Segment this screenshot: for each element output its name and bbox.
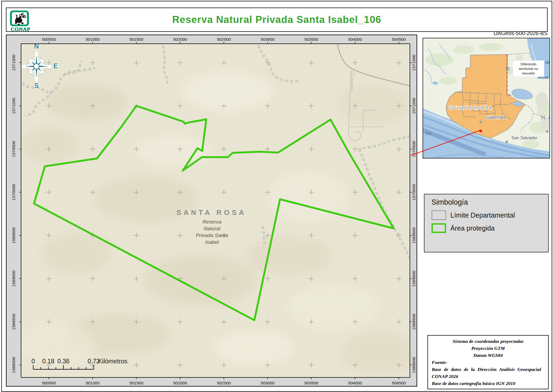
san-salvador-label: San Salvador	[511, 136, 538, 140]
limite-departamental-swatch	[431, 210, 446, 220]
svg-text:500500: 500500	[42, 37, 56, 42]
credits-line-3: Fuente:	[432, 359, 544, 366]
honduras-label-partial: H o	[541, 114, 550, 120]
svg-text:1569500: 1569500	[412, 227, 416, 244]
country-label: Guatemala	[449, 104, 493, 110]
svg-text:501000: 501000	[86, 381, 100, 385]
diferendo-line2: territorial no	[519, 67, 538, 71]
credits-line-0: Sistema de coordenadas proyectadas	[432, 338, 544, 345]
svg-text:1571500: 1571500	[412, 54, 416, 71]
legend-label-area: Área protegida	[450, 224, 495, 232]
svg-text:1568500: 1568500	[11, 313, 16, 330]
svg-text:Isabel: Isabel	[205, 239, 219, 245]
svg-text:502500: 502500	[217, 37, 231, 42]
credits-line-5: CONAP 2026	[432, 373, 544, 380]
svg-text:503000: 503000	[261, 37, 275, 42]
san-salvador-dot	[506, 141, 508, 143]
svg-text:E: E	[53, 62, 58, 70]
svg-text:1568000: 1568000	[412, 357, 416, 373]
legend-label-limite: Límite Departamental	[450, 211, 515, 219]
conap-logo-text: CONAP	[8, 26, 33, 32]
legend-title: Simbología	[431, 198, 548, 207]
svg-text:0.36: 0.36	[58, 358, 70, 365]
svg-text:Reserva: Reserva	[203, 219, 222, 225]
svg-text:1568500: 1568500	[412, 313, 416, 330]
credits-line-1: Proyección GTM	[432, 345, 544, 352]
svg-text:0: 0	[32, 358, 35, 365]
diferendo-line3: resuelto	[522, 71, 535, 75]
capital-city-dot	[480, 121, 482, 123]
credits-line-2: Datum WGS84	[432, 352, 544, 359]
area-protegida-swatch	[431, 223, 446, 233]
svg-text:503500: 503500	[304, 381, 318, 385]
bathymetry-721-label: 721	[425, 131, 431, 136]
department-label: SANTA ROSA	[177, 208, 247, 217]
svg-text:500500: 500500	[42, 381, 56, 385]
main-map: SANTA ROSA ReservaNaturalPrivada SantaIs…	[6, 35, 417, 387]
svg-text:502000: 502000	[173, 381, 187, 385]
legend: Simbología Límite Departamental Área pro…	[424, 194, 549, 252]
capital-city-label: Guatemala	[485, 115, 506, 120]
svg-text:0.18: 0.18	[42, 358, 55, 365]
inset-basemap	[423, 38, 550, 158]
reserve-location-marker	[479, 130, 482, 132]
legend-item-limite: Límite Departamental	[431, 210, 548, 220]
svg-text:503500: 503500	[304, 37, 318, 42]
svg-text:1570500: 1570500	[412, 141, 416, 157]
belize-label-partial: B	[505, 66, 510, 72]
svg-text:1571500: 1571500	[11, 54, 16, 71]
svg-text:S: S	[34, 82, 39, 89]
svg-text:1569000: 1569000	[412, 270, 416, 287]
inset-locator-map: Guatemala B Guatemala San Salvador H o 7…	[423, 38, 550, 158]
svg-text:Privada Santa: Privada Santa	[196, 232, 228, 238]
document-code: DAGeos-500-2026-BS	[494, 30, 548, 36]
svg-text:1570500: 1570500	[11, 141, 16, 157]
svg-text:1569500: 1569500	[11, 227, 16, 244]
svg-text:502000: 502000	[173, 37, 187, 42]
svg-text:1570000: 1570000	[11, 184, 16, 200]
svg-text:504500: 504500	[392, 37, 406, 42]
svg-text:502500: 502500	[217, 381, 231, 385]
svg-text:1569000: 1569000	[11, 270, 16, 287]
header-bar: CONAP Reserva Natural Privada Santa Isab…	[6, 8, 548, 32]
svg-text:1570000: 1570000	[412, 184, 416, 200]
svg-text:504000: 504000	[348, 381, 362, 385]
svg-text:501500: 501500	[129, 381, 143, 385]
svg-text:501000: 501000	[86, 37, 100, 42]
svg-text:Natural: Natural	[204, 226, 220, 231]
svg-text:504500: 504500	[392, 381, 406, 385]
credits-line-4: Base de datos de la Dirección Análisis G…	[432, 366, 544, 373]
svg-text:1571000: 1571000	[412, 97, 416, 114]
svg-text:504000: 504000	[348, 37, 362, 42]
diferendo-line1: Diferendo	[521, 62, 537, 66]
legend-item-area: Área protegida	[431, 223, 548, 233]
city-dot	[546, 130, 549, 133]
diferendo-callout: Diferendo territorial no resuelto	[513, 60, 544, 77]
svg-text:1571000: 1571000	[11, 97, 16, 114]
svg-text:1568000: 1568000	[11, 357, 16, 373]
svg-text:Kilómetros: Kilómetros	[98, 358, 127, 365]
svg-text:501500: 501500	[129, 37, 143, 42]
svg-text:503000: 503000	[261, 381, 275, 385]
sea-name-gu: Gu	[545, 60, 550, 65]
page-title: Reserva Natural Privada Santa Isabel_106	[6, 14, 547, 25]
credits-line-6: Base de datos cartografía básica IGN 201…	[432, 380, 544, 387]
credits-box: Sistema de coordenadas proyectadasProyec…	[427, 335, 549, 389]
